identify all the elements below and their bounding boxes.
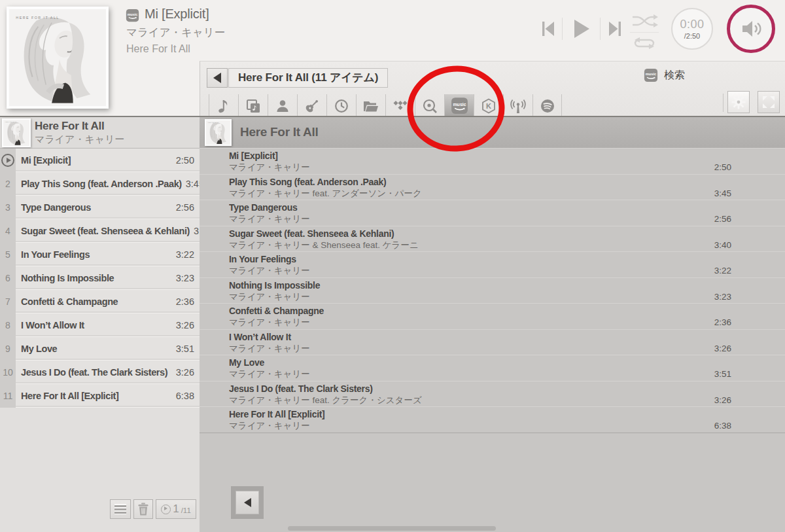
queue-track-row[interactable]: 6 Nothing Is Impossible 3:23 bbox=[0, 266, 200, 290]
time-display[interactable]: 0:00 /2:50 bbox=[671, 8, 713, 50]
qobuz-icon bbox=[421, 98, 438, 115]
album-track-row[interactable]: Confetti & Champagne マライア・キャリー 2:36 bbox=[200, 303, 785, 330]
track-title: In Your Feelings bbox=[21, 249, 172, 260]
track-duration: 3:22 bbox=[176, 249, 194, 260]
songs-tab[interactable] bbox=[209, 94, 238, 117]
queue-track-row[interactable]: 3 Type Dangerous 2:56 bbox=[0, 196, 200, 219]
track-duration: 3:26 bbox=[714, 344, 731, 353]
album-track-row[interactable]: My Love マライア・キャリー 3:51 bbox=[200, 355, 785, 381]
folders-tab[interactable] bbox=[356, 94, 385, 117]
queue-track-row[interactable]: 4 Sugar Sweet (feat. Shenseea & Kehlani)… bbox=[0, 219, 200, 243]
svg-text:music: music bbox=[453, 102, 466, 107]
track-artist: マライア・キャリー bbox=[229, 343, 310, 355]
queue-track-row[interactable]: 11 Here For It All [Explicit] 6:38 bbox=[0, 384, 200, 408]
album-track-row[interactable]: Mi [Explicit] マライア・キャリー 2:50 bbox=[200, 148, 785, 175]
browser-toolbar: Here For It All (11 アイテム) bbox=[200, 61, 785, 116]
speaker-icon bbox=[740, 19, 762, 39]
queue-total: /11 bbox=[181, 506, 191, 514]
track-artist: マライア・キャリー bbox=[229, 420, 310, 432]
recent-tab[interactable] bbox=[326, 94, 356, 117]
track-title: Sugar Sweet (feat. Shenseea & Kehlani) bbox=[21, 226, 190, 236]
album-track-row[interactable]: Nothing Is Impossible マライア・キャリー 3:23 bbox=[200, 277, 785, 304]
back-arrow-icon bbox=[244, 498, 251, 507]
track-duration: 6:38 bbox=[176, 391, 194, 401]
qobuz-tab[interactable] bbox=[415, 94, 444, 117]
spotify-tab[interactable] bbox=[532, 94, 562, 117]
album-art-image: HERE FOR IT ALL bbox=[206, 120, 230, 145]
fullscreen-button[interactable] bbox=[758, 91, 780, 113]
queue-list-button[interactable] bbox=[110, 499, 131, 519]
track-artist: マライア・キャリー bbox=[229, 162, 310, 173]
toolbar-divider bbox=[723, 94, 724, 112]
album-track-row[interactable]: Here For It All [Explicit] マライア・キャリー 6:3… bbox=[200, 406, 785, 433]
queue-header[interactable]: HERE FOR IT ALL Here For It All マライア・キャリ… bbox=[0, 117, 200, 149]
list-back-button[interactable] bbox=[231, 486, 264, 519]
volume-button[interactable] bbox=[727, 5, 775, 53]
album-header-band[interactable]: HERE FOR IT ALL Here For It All bbox=[200, 117, 785, 149]
back-arrow-icon bbox=[213, 73, 221, 83]
track-number: 5 bbox=[0, 243, 16, 266]
tidal-tab[interactable] bbox=[385, 94, 415, 117]
album-track-row[interactable]: Type Dangerous マライア・キャリー 2:56 bbox=[200, 200, 785, 226]
next-track-button[interactable] bbox=[607, 20, 623, 37]
queue-track-row[interactable]: 9 My Love 3:51 bbox=[0, 337, 200, 361]
queue-track-row[interactable]: 5 In Your Feelings 3:22 bbox=[0, 243, 200, 266]
album-art-image: HERE FOR IT ALL bbox=[3, 120, 29, 146]
track-duration: 3:26 bbox=[176, 320, 194, 330]
back-button[interactable] bbox=[207, 68, 228, 88]
album-track-row[interactable]: Jesus I Do (feat. The Clark Sisters) マライ… bbox=[200, 381, 785, 408]
artists-tab[interactable] bbox=[268, 94, 297, 117]
album-track-row[interactable]: Play This Song (feat. Anderson .Paak) マラ… bbox=[200, 174, 785, 201]
music-note-icon bbox=[216, 98, 232, 115]
album-track-row[interactable]: In Your Feelings マライア・キャリー 3:22 bbox=[200, 251, 785, 278]
albums-tab[interactable] bbox=[238, 94, 268, 117]
svg-text:HERE FOR IT ALL: HERE FOR IT ALL bbox=[16, 16, 59, 20]
previous-track-button[interactable] bbox=[540, 20, 556, 37]
clear-queue-button[interactable] bbox=[133, 499, 153, 519]
amazon-music-icon: music bbox=[126, 9, 139, 22]
play-icon bbox=[572, 18, 591, 39]
track-number: 7 bbox=[0, 290, 16, 313]
now-playing-artist: マライア・キャリー bbox=[126, 26, 225, 40]
queue-track-row[interactable]: 7 Confetti & Champagne 2:36 bbox=[0, 290, 200, 313]
track-title: Jesus I Do (feat. The Clark Sisters) bbox=[229, 383, 731, 394]
queue-album-thumbnail: HERE FOR IT ALL bbox=[2, 118, 31, 147]
track-number: 3 bbox=[0, 196, 16, 219]
now-playing-album: Here For It All bbox=[126, 43, 190, 55]
track-title: Here For It All [Explicit] bbox=[229, 409, 731, 419]
queue-sidebar: HERE FOR IT ALL Here For It All マライア・キャリ… bbox=[0, 117, 200, 532]
svg-text:K: K bbox=[486, 102, 491, 110]
search-button[interactable]: music 検索 bbox=[644, 68, 685, 82]
svg-text:music: music bbox=[646, 72, 656, 76]
track-duration: 2:50 bbox=[176, 155, 194, 166]
amazon-music-tab[interactable]: music bbox=[444, 94, 474, 117]
track-duration: 6:38 bbox=[714, 421, 731, 431]
track-title: Play This Song (feat. Anderson .Paak) bbox=[229, 177, 731, 187]
album-track-row[interactable]: I Won’t Allow It マライア・キャリー 3:26 bbox=[200, 329, 785, 356]
play-button[interactable] bbox=[572, 18, 591, 39]
tidal-icon bbox=[392, 99, 409, 113]
track-title: Confetti & Champagne bbox=[21, 296, 172, 307]
track-number: 4 bbox=[0, 219, 16, 243]
track-artist: マライア・キャリー feat. クラーク・シスターズ bbox=[229, 395, 422, 406]
track-title: Jesus I Do (feat. The Clark Sisters) bbox=[21, 367, 172, 378]
person-icon bbox=[275, 98, 290, 114]
genres-tab[interactable] bbox=[297, 94, 326, 117]
queue-track-row[interactable]: 8 I Won’t Allow It 3:26 bbox=[0, 313, 200, 337]
queue-track-row[interactable]: 10 Jesus I Do (feat. The Clark Sisters) … bbox=[0, 361, 200, 384]
next-icon bbox=[607, 20, 623, 37]
kkbox-tab[interactable]: K bbox=[474, 94, 503, 117]
shuffle-button[interactable] bbox=[630, 13, 659, 29]
trash-icon bbox=[137, 503, 149, 516]
queue-position-button[interactable]: 1 /11 bbox=[156, 499, 196, 519]
settings-button[interactable] bbox=[727, 91, 750, 113]
track-artist: マライア・キャリー feat. アンダーソン・パーク bbox=[229, 188, 422, 200]
horizontal-scrollbar[interactable] bbox=[288, 526, 496, 531]
queue-track-row[interactable]: Mi [Explicit] 2:50 bbox=[0, 149, 200, 172]
album-track-row[interactable]: Sugar Sweet (feat. Shenseea & Kehlani) マ… bbox=[200, 226, 785, 253]
now-playing-album-art: HERE FOR IT ALL bbox=[7, 7, 109, 109]
radio-tab[interactable] bbox=[503, 94, 532, 117]
queue-track-row[interactable]: 2 Play This Song (feat. Anderson .Paak) … bbox=[0, 172, 200, 196]
track-artist: マライア・キャリー bbox=[229, 291, 310, 303]
repeat-button[interactable] bbox=[631, 36, 657, 50]
